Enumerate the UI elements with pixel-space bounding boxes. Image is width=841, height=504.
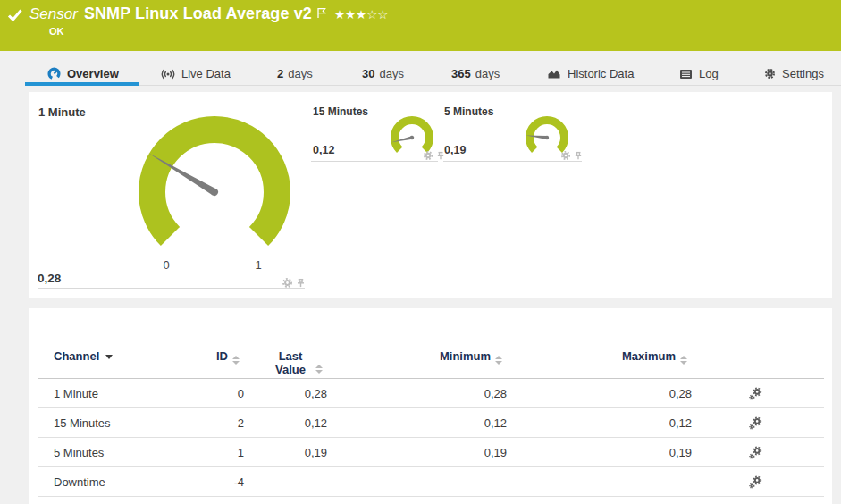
live-data-icon xyxy=(161,68,175,80)
gauge-chart-1-minute xyxy=(115,107,312,277)
status-ok-check-icon xyxy=(7,8,23,26)
channels-table-panel: Channel ID Last Value Minimum Maximum 1 … xyxy=(29,308,832,504)
log-icon xyxy=(679,69,693,80)
cell-minimum: 0,28 xyxy=(327,387,507,400)
sensor-header: Sensor SNMP Linux Load Average v2 ★★★☆☆ … xyxy=(0,0,841,51)
cell-last-value: 0,12 xyxy=(244,416,327,430)
gauge-scale-max: 1 xyxy=(255,258,261,272)
cell-maximum: 0,28 xyxy=(507,387,692,400)
channel-gear-icon[interactable] xyxy=(423,148,433,164)
tile-divider xyxy=(443,161,582,162)
historic-chart-icon xyxy=(547,68,561,80)
sort-icon xyxy=(232,356,240,365)
cell-maximum: 0,19 xyxy=(507,446,692,459)
sensor-title: SNMP Linux Load Average v2 xyxy=(84,4,312,23)
col-header-minimum[interactable]: Minimum xyxy=(327,349,507,365)
tabbar-divider xyxy=(25,85,841,86)
cell-id: -4 xyxy=(190,475,244,489)
cell-channel: 1 Minute xyxy=(38,387,190,400)
sort-icon xyxy=(495,356,502,365)
cell-channel: 15 Minutes xyxy=(38,416,190,430)
sort-icon xyxy=(315,365,323,374)
channel-settings-gears-icon[interactable] xyxy=(749,446,762,459)
channel-gear-icon[interactable] xyxy=(282,276,293,292)
cell-channel: 5 Minutes xyxy=(38,446,190,459)
gauge-title: 1 Minute xyxy=(38,105,86,119)
tab-settings[interactable]: Settings xyxy=(764,67,824,80)
priority-stars[interactable]: ★★★☆☆ xyxy=(334,7,389,21)
tab-log[interactable]: Log xyxy=(679,67,719,80)
table-row: 15 Minutes 2 0,12 0,12 0,12 xyxy=(38,408,824,438)
sort-desc-caret-icon xyxy=(105,355,113,359)
table-header-row: Channel ID Last Value Minimum Maximum xyxy=(38,308,824,379)
col-header-maximum[interactable]: Maximum xyxy=(507,349,692,365)
flag-icon[interactable] xyxy=(316,6,326,22)
tile-divider xyxy=(311,161,438,162)
col-header-channel[interactable]: Channel xyxy=(38,349,190,363)
gauge-value: 0,19 xyxy=(444,144,466,156)
gauge-value: 0,28 xyxy=(38,272,61,285)
settings-gear-icon xyxy=(764,68,776,80)
cell-maximum: 0,12 xyxy=(507,416,692,430)
col-header-id[interactable]: ID xyxy=(190,349,244,365)
tile-divider xyxy=(38,288,305,289)
cell-minimum: 0,19 xyxy=(327,446,507,459)
gauge-icon xyxy=(47,67,61,80)
cell-channel: Downtime xyxy=(38,475,190,489)
tab-historic-data[interactable]: Historic Data xyxy=(547,67,634,80)
tab-30-days[interactable]: 30days xyxy=(362,67,404,80)
table-row: 1 Minute 0 0,28 0,28 0,28 xyxy=(38,379,824,408)
sort-icon xyxy=(680,356,687,365)
sensor-status-badge: OK xyxy=(49,26,64,37)
gauge-scale-min: 0 xyxy=(163,258,169,272)
cell-id: 1 xyxy=(190,446,244,459)
prtg-sensor-page: { "header": { "kind_label": "Sensor", "t… xyxy=(0,0,841,504)
gauges-panel: 1 Minute 0 1 0,28 15 Minutes 0,12 xyxy=(29,92,832,298)
channels-table: Channel ID Last Value Minimum Maximum 1 … xyxy=(38,308,824,497)
cell-id: 0 xyxy=(190,387,244,400)
cell-minimum: 0,12 xyxy=(327,416,507,430)
col-header-last-value[interactable]: Last Value xyxy=(244,349,327,376)
table-row: 5 Minutes 1 0,19 0,19 0,19 xyxy=(38,438,824,467)
channel-settings-gears-icon[interactable] xyxy=(749,475,762,489)
gauge-title: 15 Minutes xyxy=(313,105,368,118)
cell-id: 2 xyxy=(190,416,244,430)
tab-2-days[interactable]: 2days xyxy=(277,67,313,80)
gauge-title: 5 Minutes xyxy=(444,105,493,118)
channel-pin-icon[interactable] xyxy=(574,148,583,164)
tab-365-days[interactable]: 365days xyxy=(451,67,500,80)
tab-live-data[interactable]: Live Data xyxy=(161,67,231,80)
object-kind-label: Sensor xyxy=(29,5,78,23)
cell-last-value: 0,28 xyxy=(244,387,327,400)
cell-last-value: 0,19 xyxy=(244,446,327,459)
channel-gear-icon[interactable] xyxy=(560,148,571,164)
table-row: Downtime -4 xyxy=(38,467,824,497)
active-tab-underline xyxy=(25,82,139,86)
channel-settings-gears-icon[interactable] xyxy=(749,416,762,430)
tab-overview[interactable]: Overview xyxy=(47,67,119,80)
gauge-value: 0,12 xyxy=(313,144,334,156)
channel-settings-gears-icon[interactable] xyxy=(749,387,762,400)
channel-pin-icon[interactable] xyxy=(296,276,306,292)
